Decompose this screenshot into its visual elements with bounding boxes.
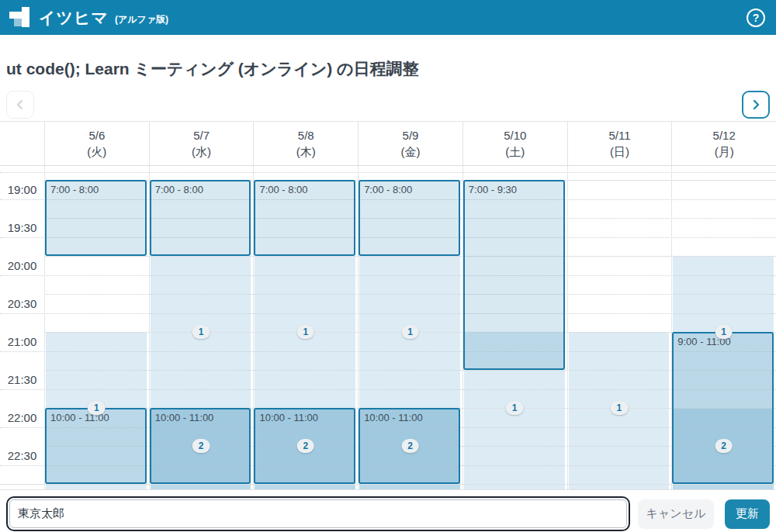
cancel-button[interactable]: キャンセル (638, 499, 714, 529)
day-header-row: 5/6(火)5/7(水)5/8(木)5/9(金)5/10(土)5/11(日)5/… (0, 122, 776, 166)
time-label: 22:30 (0, 446, 44, 465)
app-logo-icon (8, 6, 33, 29)
name-input-focus-ring (6, 496, 630, 531)
availability-block[interactable]: 10:00 - 11:00 (45, 408, 147, 484)
day-header-5/7: 5/7(水) (149, 122, 254, 165)
grid-line (0, 294, 776, 295)
day-header-5/6: 5/6(火) (44, 122, 149, 165)
app-header: イツヒマ (アルファ版) ? (0, 0, 776, 35)
grid-line (0, 275, 776, 276)
day-header-5/11: 5/11(日) (567, 122, 672, 165)
day-date: 5/11 (568, 127, 672, 143)
count-badge: 2 (401, 439, 419, 453)
day-weekday: (火) (45, 143, 149, 160)
name-input[interactable] (10, 500, 626, 527)
availability-block-label: 7:00 - 8:00 (155, 184, 250, 195)
count-badge: 1 (192, 325, 210, 339)
grid-body[interactable]: 19:0019:3020:0020:3021:0021:3022:0022:30… (0, 166, 776, 490)
footer-bar: キャンセル 更新 (0, 496, 776, 531)
next-week-button[interactable] (742, 91, 770, 119)
count-badge: 1 (506, 401, 524, 415)
day-date: 5/7 (150, 127, 254, 143)
help-icon[interactable]: ? (747, 9, 765, 27)
time-label: 21:00 (0, 332, 44, 351)
update-button[interactable]: 更新 (725, 499, 770, 529)
availability-block[interactable]: 7:00 - 8:00 (45, 180, 147, 256)
day-weekday: (月) (672, 143, 776, 160)
day-date: 5/12 (672, 127, 776, 143)
day-date: 5/10 (463, 127, 567, 143)
grid-line (0, 351, 776, 352)
count-badge: 2 (296, 439, 314, 453)
time-label: 20:00 (0, 256, 44, 275)
grid-line (0, 370, 776, 371)
day-weekday: (土) (463, 143, 567, 160)
count-badge: 1 (88, 401, 106, 415)
availability-block[interactable]: 7:00 - 8:00 (150, 180, 251, 256)
day-weekday: (金) (359, 143, 462, 160)
availability-block[interactable]: 9:00 - 11:00 (672, 332, 774, 484)
time-label: 19:00 (0, 180, 44, 199)
day-weekday: (水) (150, 143, 254, 160)
app-version-tag: (アルファ版) (115, 13, 168, 26)
availability-block[interactable]: 7:00 - 8:00 (254, 180, 355, 256)
count-badge: 2 (192, 439, 210, 453)
grid-line (0, 313, 776, 314)
grid-line (0, 389, 776, 390)
chevron-right-icon (750, 99, 761, 110)
time-label: 21:30 (0, 370, 44, 389)
time-label: 22:00 (0, 408, 44, 427)
grid-line (0, 172, 776, 173)
availability-block[interactable]: 7:00 - 8:00 (359, 180, 460, 256)
grid-line (0, 332, 776, 333)
availability-block-label: 7:00 - 9:30 (469, 184, 563, 195)
availability-block-label: 7:00 - 8:00 (50, 184, 145, 195)
grid-line (0, 256, 776, 257)
day-header-5/12: 5/12(月) (671, 122, 776, 165)
availability-block[interactable]: 7:00 - 9:30 (463, 180, 565, 370)
time-column-spacer (0, 122, 44, 165)
week-nav (0, 91, 776, 119)
day-date: 5/9 (359, 127, 462, 143)
page-title: ut code(); Learn ミーティング (オンライン) の日程調整 (6, 58, 770, 80)
availability-block-label: 7:00 - 8:00 (259, 184, 354, 195)
count-badge: 2 (715, 439, 733, 453)
count-badge: 1 (715, 325, 733, 339)
schedule-grid: 5/6(火)5/7(水)5/8(木)5/9(金)5/10(土)5/11(日)5/… (0, 121, 776, 490)
prev-week-button[interactable] (6, 91, 34, 119)
count-badge: 1 (401, 325, 419, 339)
day-header-5/10: 5/10(土) (462, 122, 567, 165)
grid-line (0, 484, 776, 485)
day-weekday: (木) (254, 143, 358, 160)
count-badge: 1 (296, 325, 314, 339)
availability-block-label: 10:00 - 11:00 (259, 412, 354, 423)
chevron-left-icon (15, 99, 26, 110)
day-header-5/9: 5/9(金) (358, 122, 462, 165)
availability-block-label: 10:00 - 11:00 (155, 412, 250, 423)
time-label: 19:30 (0, 218, 44, 237)
count-badge: 1 (611, 401, 629, 415)
availability-block-label: 10:00 - 11:00 (364, 412, 459, 423)
day-date: 5/6 (45, 127, 149, 143)
time-label: 20:30 (0, 294, 44, 313)
day-date: 5/8 (254, 127, 358, 143)
day-header-5/8: 5/8(木) (253, 122, 358, 165)
app-name: イツヒマ (39, 7, 109, 29)
day-weekday: (日) (568, 143, 672, 160)
availability-block-label: 7:00 - 8:00 (364, 184, 459, 195)
column-border (567, 166, 568, 490)
